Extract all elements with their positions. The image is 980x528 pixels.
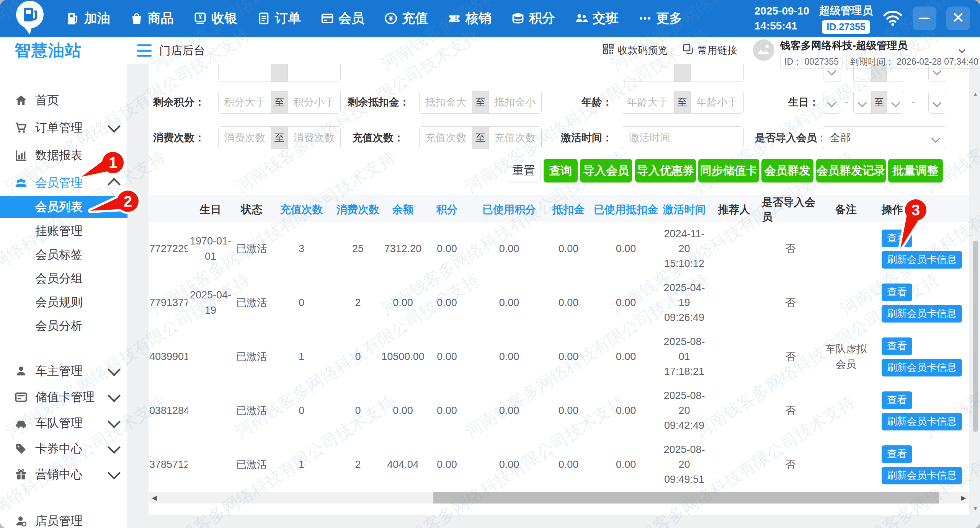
filter-row1-1-range-to-input[interactable]: [288, 91, 340, 113]
nav-item-6[interactable]: ¥充值: [374, 10, 438, 27]
cell-used-points: 0.00: [471, 330, 547, 384]
filter-row1-3-range-from-input[interactable]: [621, 91, 674, 113]
view-button[interactable]: 查看: [882, 445, 912, 463]
filter-row2-2-range-from-input[interactable]: [420, 127, 472, 149]
cell-referrer: [706, 384, 762, 438]
cell-used-points: 0.00: [471, 222, 547, 276]
scroll-left-arrow[interactable]: ◀: [149, 492, 159, 504]
sidebar-item-10[interactable]: 会员分析: [0, 315, 127, 337]
sidebar-item-3[interactable]: 数据报表: [0, 144, 127, 167]
vertical-scroll-thumb[interactable]: [973, 241, 978, 432]
scroll-up-arrow[interactable]: ▲: [972, 91, 979, 98]
import-member-select[interactable]: 全部: [822, 126, 946, 149]
account-chevron-down-icon[interactable]: [957, 46, 967, 57]
table-header-7[interactable]: 已使用积分: [471, 195, 547, 224]
table-header-5[interactable]: 余额: [383, 195, 423, 224]
topbar-right: 2025-09-10 14:55:41 超级管理员 ID.27355 ✕: [755, 3, 980, 34]
scroll-down-arrow[interactable]: ▼: [972, 505, 979, 513]
sidebar-item-1[interactable]: 首页: [0, 89, 127, 112]
filter-row2-1-range-from-input[interactable]: [219, 127, 271, 149]
table-header-9[interactable]: 已使用抵扣金: [590, 195, 662, 224]
birthday-month-to-select[interactable]: [887, 91, 904, 113]
sidebar-item-7[interactable]: 会员标签: [0, 243, 127, 266]
member-broadcast-button[interactable]: 会员群发: [761, 159, 813, 183]
birthday-day-to-select[interactable]: [928, 91, 946, 114]
sidebar-item-15[interactable]: 营销中心: [0, 463, 127, 486]
nav-item-3[interactable]: ¥收银: [184, 10, 247, 27]
birthday-dash: -: [843, 91, 851, 114]
cut-filter-range-2: [621, 64, 744, 82]
reset-button[interactable]: 重置: [507, 159, 541, 183]
cut-filter-range-1-to-input[interactable]: [288, 64, 340, 81]
cell-operations: 查看 刷新会员卡信息: [873, 384, 969, 438]
view-button[interactable]: 查看: [882, 337, 912, 355]
filter-row1-2-range-from-input[interactable]: [420, 91, 472, 113]
nav-item-9[interactable]: 交班: [565, 10, 629, 27]
chevron-down-icon: [891, 98, 900, 107]
nav-item-10[interactable]: 更多: [629, 10, 692, 27]
filter-row1-1-range-from-input[interactable]: [219, 91, 271, 113]
import-members-button[interactable]: 导入会员: [580, 159, 632, 183]
refresh-member-card-button[interactable]: 刷新会员卡信息: [882, 251, 962, 269]
member-broadcast-log-button[interactable]: 会员群发记录: [816, 159, 886, 183]
cell-remark: [819, 438, 873, 492]
batch-adjust-button[interactable]: 批量调整: [888, 159, 943, 183]
sidebar-item-4[interactable]: 会员管理: [0, 171, 127, 194]
sidebar-item-16[interactable]: 店员管理: [0, 510, 127, 528]
filter-row1-3-range-to-input[interactable]: [691, 91, 744, 113]
refresh-member-card-button[interactable]: 刷新会员卡信息: [882, 305, 962, 323]
account-block[interactable]: 钱客多网络科技-超级管理员 ID： 0027355 到期时间： 2026-02-…: [780, 39, 980, 69]
nav-item-2[interactable]: 商品: [120, 10, 184, 27]
common-links-button[interactable]: 常用链接: [682, 37, 737, 64]
scroll-right-arrow[interactable]: ▶: [959, 492, 969, 504]
menu-toggle-icon[interactable]: [137, 44, 152, 57]
sidebar-item-12[interactable]: 储值卡管理: [0, 386, 127, 409]
sidebar-item-13[interactable]: 车队管理: [0, 412, 127, 435]
view-button[interactable]: 查看: [882, 284, 912, 301]
sidebar-item-14[interactable]: 卡券中心: [0, 437, 127, 460]
birthday-day-from-select[interactable]: [854, 91, 871, 113]
nav-item-7[interactable]: 核销: [438, 10, 501, 27]
query-button[interactable]: 查询: [544, 159, 578, 183]
member-phone-truncated: 7791377: [149, 276, 188, 330]
activation-time-input[interactable]: [621, 132, 743, 144]
cut-filter-range-2-to-input[interactable]: [691, 64, 744, 81]
member-list-panel: 剩余积分： 至 剩余抵扣金： 至 年龄： 至 生日：- 至 -消费次数： 至 充…: [149, 64, 969, 515]
sync-stored-card-button[interactable]: 同步储值卡: [698, 159, 759, 183]
table-header-3[interactable]: 充值次数: [270, 195, 333, 224]
birthday-month-from-select[interactable]: [823, 91, 841, 114]
refresh-member-card-button[interactable]: 刷新会员卡信息: [882, 359, 962, 376]
cut-filter-range-1-from-input[interactable]: [219, 64, 271, 81]
sidebar-item-2[interactable]: 订单管理: [0, 116, 127, 139]
nav-item-8[interactable]: 积分: [501, 10, 565, 27]
refresh-member-card-button[interactable]: 刷新会员卡信息: [882, 467, 962, 484]
minimize-button[interactable]: [913, 7, 936, 30]
sidebar-item-6[interactable]: 挂账管理: [0, 220, 127, 243]
nav-item-4[interactable]: 订单: [247, 10, 311, 27]
nav-item-1[interactable]: 加油: [57, 10, 120, 27]
filter-row2-1-range-to-input[interactable]: [288, 127, 340, 149]
sidebar-item-5[interactable]: 会员列表: [0, 196, 127, 218]
view-button[interactable]: 查看: [882, 391, 912, 409]
filter-row1-2-range-to-input[interactable]: [489, 91, 541, 113]
cell-operations: 查看 刷新会员卡信息: [873, 222, 969, 276]
table-header-6[interactable]: 积分: [423, 195, 471, 224]
sidebar-item-8[interactable]: 会员分组: [0, 267, 127, 290]
chevron-down-icon: [108, 441, 121, 454]
table-header-8[interactable]: 抵扣金: [547, 195, 590, 224]
import-coupons-button[interactable]: 导入优惠券: [635, 159, 696, 183]
view-button[interactable]: 查看: [882, 230, 912, 247]
cut-filter-range-2-from-input[interactable]: [621, 64, 674, 81]
close-button[interactable]: ✕: [946, 7, 970, 30]
horizontal-scroll-thumb[interactable]: [433, 492, 939, 504]
account-avatar[interactable]: [753, 39, 775, 63]
table-header-10[interactable]: 激活时间: [662, 195, 706, 224]
refresh-member-card-button[interactable]: 刷新会员卡信息: [882, 413, 962, 430]
qr-preview-button[interactable]: 收款码预览: [603, 37, 668, 64]
table-header-4[interactable]: 消费次数: [333, 195, 383, 224]
filter-row2-2-range-to-input[interactable]: [489, 127, 541, 149]
nav-item-5[interactable]: 会员: [311, 10, 374, 27]
cell-operations: 查看 刷新会员卡信息: [873, 276, 969, 330]
sidebar-item-11[interactable]: 车主管理: [0, 360, 127, 383]
sidebar-item-9[interactable]: 会员规则: [0, 291, 127, 314]
